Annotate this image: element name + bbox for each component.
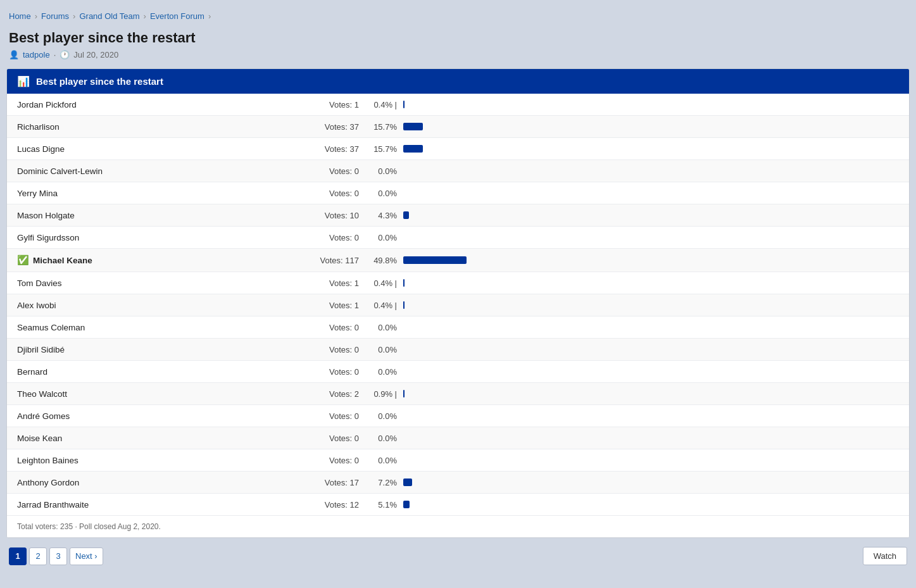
author-name[interactable]: tadpole — [23, 50, 50, 59]
poll-row: Seamus Coleman Votes: 0 0.0% — [7, 316, 909, 339]
candidate-label: Tom Davies — [17, 278, 62, 288]
next-button[interactable]: Next › — [70, 547, 103, 565]
poll-row: Jordan Pickford Votes: 1 0.4% | — [7, 94, 909, 116]
clock-icon: 🕐 — [60, 50, 70, 59]
breadcrumb-sep-1: › — [35, 11, 37, 21]
votes-label: Votes: 0 — [283, 367, 359, 377]
poll-row: Theo Walcott Votes: 2 0.9% | — [7, 383, 909, 405]
candidate-label: Jordan Pickford — [17, 100, 77, 109]
meta-sep: · — [54, 50, 56, 59]
candidate-name: Tom Davies — [17, 278, 283, 288]
votes-label: Votes: 1 — [283, 301, 359, 310]
poll-row: Tom Davies Votes: 1 0.4% | — [7, 272, 909, 294]
breadcrumb-grand-old-team[interactable]: Grand Old Team — [79, 11, 139, 21]
bar-area — [403, 499, 899, 510]
pct-label: 15.7% — [359, 122, 403, 132]
candidate-label: Dominic Calvert-Lewin — [17, 166, 103, 176]
pct-label: 0.4% | — [359, 278, 403, 288]
votes-label: Votes: 2 — [283, 389, 359, 399]
candidate-name: Anthony Gordon — [17, 478, 283, 487]
vote-bar — [403, 145, 423, 153]
bar-area — [403, 144, 899, 154]
poll-row: Djibril Sidibé Votes: 0 0.0% — [7, 339, 909, 361]
watch-button[interactable]: Watch — [863, 547, 907, 565]
poll-row: Leighton Baines Votes: 0 0.0% — [7, 449, 909, 472]
candidate-label: Gylfi Sigurdsson — [17, 233, 79, 242]
bar-area — [403, 411, 899, 421]
candidate-label: Djibril Sidibé — [17, 345, 65, 354]
candidate-name: Alex Iwobi — [17, 301, 283, 310]
bar-area — [403, 366, 899, 377]
post-meta: 👤 tadpole · 🕐 Jul 20, 2020 — [6, 50, 910, 59]
candidate-label: Yerry Mina — [17, 189, 58, 198]
pct-label: 5.1% — [359, 500, 403, 510]
pct-label: 0.4% | — [359, 301, 403, 310]
breadcrumb-sep-4: › — [208, 11, 211, 21]
votes-label: Votes: 12 — [283, 500, 359, 510]
bar-area — [403, 122, 899, 132]
pct-label: 0.4% | — [359, 100, 403, 109]
votes-label: Votes: 0 — [283, 233, 359, 242]
bar-area — [403, 210, 899, 220]
votes-label: Votes: 37 — [283, 122, 359, 132]
breadcrumb-home[interactable]: Home — [9, 11, 31, 21]
candidate-name: Dominic Calvert-Lewin — [17, 166, 283, 176]
bar-area — [403, 99, 899, 109]
bar-area — [403, 477, 899, 487]
bar-area — [403, 300, 899, 310]
pct-label: 0.9% | — [359, 389, 403, 399]
candidate-name: Jarrad Branthwaite — [17, 500, 283, 510]
candidate-name: Yerry Mina — [17, 189, 283, 198]
votes-label: Votes: 10 — [283, 211, 359, 220]
candidate-label: Moise Kean — [17, 434, 62, 443]
votes-label: Votes: 0 — [283, 456, 359, 465]
candidate-name: Jordan Pickford — [17, 100, 283, 109]
poll-row: Yerry Mina Votes: 0 0.0% — [7, 182, 909, 204]
pct-label: 0.0% — [359, 233, 403, 242]
page-title: Best player since the restart — [6, 30, 910, 46]
votes-label: Votes: 0 — [283, 166, 359, 176]
poll-row: Gylfi Sigurdsson Votes: 0 0.0% — [7, 227, 909, 249]
candidate-label: Mason Holgate — [17, 211, 75, 220]
vote-bar — [403, 279, 405, 287]
pct-label: 7.2% — [359, 478, 403, 487]
candidate-name: Lucas Digne — [17, 144, 283, 154]
candidate-label: Leighton Baines — [17, 456, 78, 465]
vote-bar — [403, 123, 423, 130]
votes-label: Votes: 0 — [283, 323, 359, 332]
pct-label: 0.0% — [359, 189, 403, 198]
candidate-label: Michael Keane — [33, 256, 92, 265]
page-btn-2[interactable]: 2 — [29, 547, 47, 565]
bar-area — [403, 389, 899, 399]
page-btn-3[interactable]: 3 — [49, 547, 67, 565]
votes-label: Votes: 1 — [283, 278, 359, 288]
pagination-row: 123Next › Watch — [6, 547, 910, 565]
pagination: 123Next › — [9, 547, 103, 565]
page-btn-1[interactable]: 1 — [9, 547, 27, 565]
candidate-name: Seamus Coleman — [17, 323, 283, 332]
breadcrumb-forums[interactable]: Forums — [41, 11, 69, 21]
candidate-name: Djibril Sidibé — [17, 345, 283, 354]
votes-label: Votes: 0 — [283, 345, 359, 354]
breadcrumb-sep-3: › — [144, 11, 146, 21]
candidate-name: Theo Walcott — [17, 389, 283, 399]
votes-label: Votes: 0 — [283, 411, 359, 421]
winner-icon: ✅ — [17, 254, 29, 266]
votes-label: Votes: 1 — [283, 100, 359, 109]
candidate-label: André Gomes — [17, 411, 70, 421]
poll-row: Moise Kean Votes: 0 0.0% — [7, 427, 909, 449]
breadcrumb-everton-forum[interactable]: Everton Forum — [150, 11, 204, 21]
chart-icon: 📊 — [17, 75, 30, 87]
vote-bar — [403, 101, 405, 108]
poll-footer: Total voters: 235 · Poll closed Aug 2, 2… — [7, 515, 909, 537]
poll-row: André Gomes Votes: 0 0.0% — [7, 405, 909, 427]
poll-row: Anthony Gordon Votes: 17 7.2% — [7, 472, 909, 494]
poll-row: Richarlison Votes: 37 15.7% — [7, 116, 909, 138]
poll-rows: Jordan Pickford Votes: 1 0.4% | Richarli… — [7, 94, 909, 515]
votes-label: Votes: 37 — [283, 144, 359, 154]
bar-area — [403, 232, 899, 242]
bar-area — [403, 433, 899, 443]
poll-row: Lucas Digne Votes: 37 15.7% — [7, 138, 909, 160]
poll-header: 📊 Best player since the restart — [7, 69, 909, 94]
pct-label: 49.8% — [359, 256, 403, 265]
